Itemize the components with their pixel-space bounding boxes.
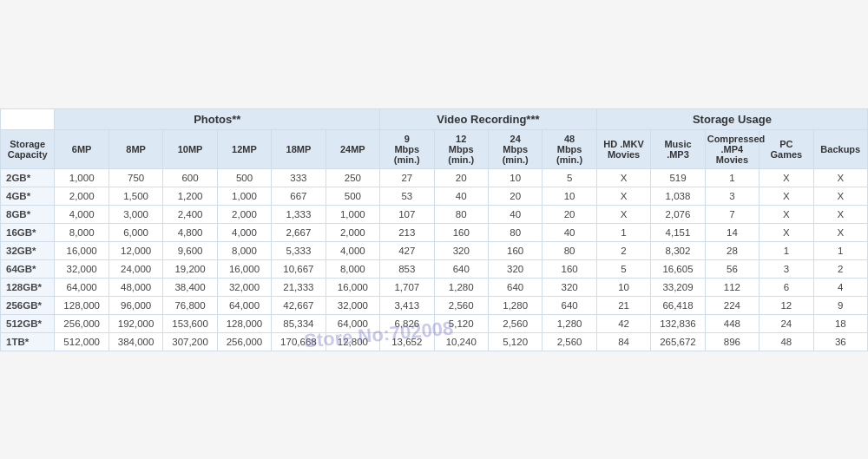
col-music: Music .MP3 [651, 129, 705, 168]
table-cell: 32,000 [217, 278, 271, 296]
table-cell: 3 [760, 259, 813, 278]
table-cell: 128,000 [217, 314, 271, 332]
table-cell: 250 [326, 168, 379, 187]
table-cell: 4 [813, 278, 867, 296]
table-cell: 40 [542, 223, 596, 241]
table-cell: X [596, 168, 650, 187]
table-cell: 32,000 [326, 296, 379, 314]
col-10mp: 10MP [163, 129, 217, 168]
table-cell: 320 [542, 278, 596, 296]
table-cell: 20 [542, 205, 596, 223]
table-cell: 56 [705, 259, 759, 278]
table-cell: 76,800 [163, 296, 217, 314]
table-cell: 160 [488, 241, 542, 259]
table-cell: 896 [705, 332, 759, 351]
table-cell: X [813, 187, 867, 205]
table-cell: 500 [326, 187, 379, 205]
table-cell: 33,209 [651, 278, 705, 296]
table-cell: 40 [434, 187, 488, 205]
table-cell: 192,000 [108, 314, 162, 332]
col-24mbps: 24 Mbps (min.) [488, 129, 542, 168]
table-cell: 1,280 [488, 296, 542, 314]
table-cell: 160 [542, 259, 596, 278]
table-cell: 10 [542, 187, 596, 205]
table-cell: 64,000 [217, 296, 271, 314]
table-cell: 5,120 [434, 314, 488, 332]
row-label: 256GB* [1, 296, 55, 314]
table-cell: 750 [108, 168, 162, 187]
col-12mp: 12MP [217, 129, 271, 168]
table-cell: 384,000 [108, 332, 162, 351]
table-cell: 170,668 [272, 332, 326, 351]
table-cell: 4,151 [651, 223, 705, 241]
col-backups: Backups [813, 129, 867, 168]
col-9mbps: 9 Mbps (min.) [380, 129, 434, 168]
table-row: 128GB*64,00048,00038,40032,00021,33316,0… [1, 278, 868, 296]
col-8mp: 8MP [108, 129, 162, 168]
col-6mp: 6MP [55, 129, 108, 168]
table-row: 16GB*8,0006,0004,8004,0002,6672,00021316… [1, 223, 868, 241]
table-cell: 10 [488, 168, 542, 187]
table-row: 32GB*16,00012,0009,6008,0005,3334,000427… [1, 241, 868, 259]
col-storage-capacity: Storage Capacity [1, 129, 55, 168]
table-cell: 1,280 [542, 314, 596, 332]
table-cell: 84 [596, 332, 650, 351]
table-cell: X [596, 187, 650, 205]
table-body: 2GB*1,0007506005003332502720105X5191XX4G… [1, 168, 868, 351]
table-cell: 512,000 [55, 332, 108, 351]
storage-table: Photos** Video Recording*** Storage Usag… [0, 108, 868, 351]
table-row: 64GB*32,00024,00019,20016,00010,6678,000… [1, 259, 868, 278]
table-cell: 853 [380, 259, 434, 278]
table-cell: X [813, 223, 867, 241]
table-cell: 4,000 [326, 241, 379, 259]
table-cell: 80 [434, 205, 488, 223]
table-cell: 21,333 [272, 278, 326, 296]
table-cell: 519 [651, 168, 705, 187]
table-cell: 265,672 [651, 332, 705, 351]
table-row: 4GB*2,0001,5001,2001,00066750053402010X1… [1, 187, 868, 205]
table-cell: 2,400 [163, 205, 217, 223]
row-label: 4GB* [1, 187, 55, 205]
video-header: Video Recording*** [380, 108, 597, 129]
table-cell: 27 [380, 168, 434, 187]
table-cell: 24,000 [108, 259, 162, 278]
table-cell: 1 [705, 168, 759, 187]
table-cell: 6,826 [380, 314, 434, 332]
table-cell: X [813, 205, 867, 223]
row-label: 128GB* [1, 278, 55, 296]
table-cell: 2,000 [217, 205, 271, 223]
table-cell: 1,707 [380, 278, 434, 296]
table-cell: 5 [542, 168, 596, 187]
table-cell: 320 [488, 259, 542, 278]
table-cell: 1,000 [217, 187, 271, 205]
table-cell: X [760, 205, 813, 223]
table-cell: 1,500 [108, 187, 162, 205]
table-cell: 12,800 [326, 332, 379, 351]
table-cell: 64,000 [326, 314, 379, 332]
table-row: 256GB*128,00096,00076,80064,00042,66732,… [1, 296, 868, 314]
table-row: 512GB*256,000192,000153,600128,00085,334… [1, 314, 868, 332]
table-cell: 53 [380, 187, 434, 205]
table-cell: 48 [760, 332, 813, 351]
table-cell: 256,000 [55, 314, 108, 332]
table-cell: 38,400 [163, 278, 217, 296]
table-cell: 4,800 [163, 223, 217, 241]
col-mp4-movies: Compressed .MP4 Movies [705, 129, 759, 168]
table-cell: 19,200 [163, 259, 217, 278]
row-label: 8GB* [1, 205, 55, 223]
table-cell: 10,667 [272, 259, 326, 278]
table-cell: 1,000 [326, 205, 379, 223]
table-row: 8GB*4,0003,0002,4002,0001,3331,000107804… [1, 205, 868, 223]
table-cell: 3,413 [380, 296, 434, 314]
empty-header [1, 108, 55, 129]
table-cell: 16,605 [651, 259, 705, 278]
table-cell: 667 [272, 187, 326, 205]
table-cell: 2,560 [488, 314, 542, 332]
table-cell: 1 [813, 241, 867, 259]
table-cell: 640 [542, 296, 596, 314]
table-cell: 9 [813, 296, 867, 314]
table-cell: 85,334 [272, 314, 326, 332]
table-cell: 3,000 [108, 205, 162, 223]
table-cell: 153,600 [163, 314, 217, 332]
table-cell: 80 [542, 241, 596, 259]
